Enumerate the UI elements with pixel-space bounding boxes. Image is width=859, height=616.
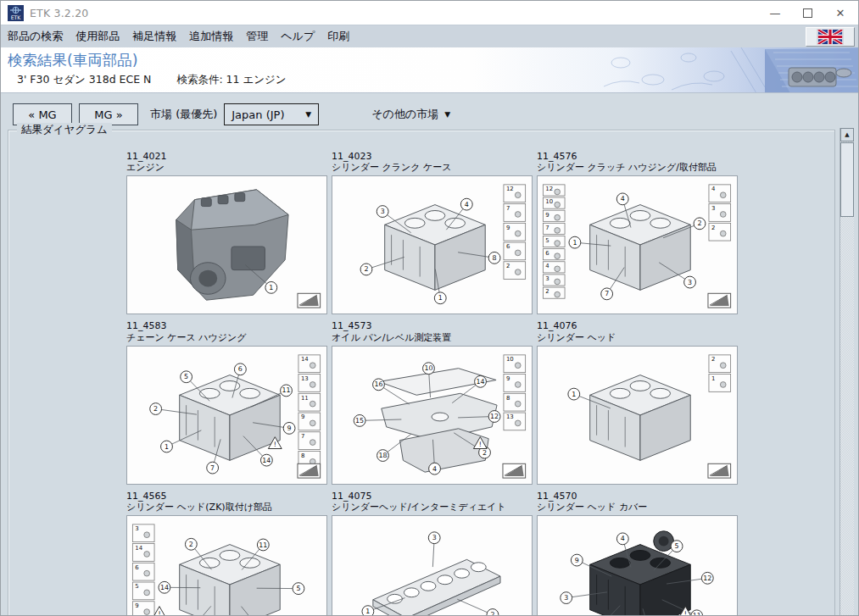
diagram-code: 11_4021 (126, 151, 327, 162)
menu-item-print[interactable]: 印刷 (327, 29, 349, 44)
search-context: 3' F30 セダン 318d ECE N 検索条件: 11 エンジン (1, 70, 858, 87)
minimize-button[interactable]: — (769, 8, 781, 19)
parts-diagram-graphic: 1256119147141311978! (127, 347, 326, 484)
diagram-thumbnail[interactable]: 1256119147141311978! (126, 346, 327, 485)
menu-item-additional-info[interactable]: 追加情報 (189, 29, 233, 44)
maximize-button[interactable] (803, 8, 812, 18)
svg-text:2: 2 (545, 289, 549, 296)
parts-diagram-graphic: 512111413394! (538, 516, 737, 616)
diagram-label: 11_4565シリンダー ヘッド(ZK)取付け部品 (126, 491, 327, 513)
diagram-title: シリンダー クランク ケース (332, 162, 533, 173)
svg-text:10: 10 (545, 199, 553, 206)
svg-text:7: 7 (545, 225, 549, 231)
vertical-scrollbar[interactable]: ▲ (839, 128, 854, 616)
diagram-thumbnail[interactable]: 7142312109756432432 (537, 175, 738, 314)
diagram-title: シリンダー ヘッド(ZK)取付け部品 (126, 502, 327, 513)
diagram-code: 11_4076 (537, 320, 738, 331)
svg-text:4: 4 (711, 186, 715, 193)
content-area: « MG MG » 市場 (最優先) Japan (JP) ▼ その他の市場 ▼… (1, 93, 858, 616)
other-markets-label: その他の市場 (371, 107, 438, 122)
diagram-cell-11_4565: 11_4565シリンダー ヘッド(ZK)取付け部品211563143146591… (126, 491, 327, 616)
svg-text:9: 9 (135, 602, 138, 609)
diagram-code: 11_4583 (126, 320, 327, 331)
diagram-thumbnail[interactable]: 12348127962 (332, 175, 533, 314)
diagram-label: 11_4023シリンダー クランク ケース (332, 151, 533, 173)
menu-item-help[interactable]: ヘルプ (281, 29, 315, 44)
svg-text:10: 10 (506, 356, 514, 363)
etk-app-icon: ETK (8, 5, 24, 21)
svg-text:2: 2 (490, 611, 494, 616)
diagram-thumbnail[interactable]: 15161014122418109813! (332, 346, 533, 485)
svg-text:!: ! (158, 610, 160, 616)
svg-text:1: 1 (438, 295, 443, 302)
svg-text:2: 2 (153, 405, 158, 413)
combo-dropdown-icon: ▼ (305, 110, 311, 119)
svg-text:11: 11 (301, 394, 309, 401)
diagram-title: オイル パン/レベル測定装置 (332, 332, 533, 343)
svg-text:13: 13 (506, 413, 514, 420)
diagram-cell-11_4076: 11_4076シリンダー ヘッド121 (537, 320, 738, 484)
menu-item-admin[interactable]: 管理 (246, 29, 268, 44)
svg-text:6: 6 (506, 244, 510, 251)
svg-text:7: 7 (605, 291, 609, 298)
diagram-cell-11_4576: 11_4576シリンダー クラッチ ハウジング/取付部品714231210975… (537, 151, 738, 314)
diagram-label: 11_4570シリンダー ヘッド カバー (537, 491, 738, 513)
diagram-thumbnail[interactable]: 512111413394! (537, 515, 738, 616)
diagram-title: シリンダー ヘッド カバー (537, 502, 738, 513)
close-button[interactable]: ✕ (834, 8, 846, 19)
svg-text:9: 9 (545, 212, 549, 219)
diagram-label: 11_4076シリンダー ヘッド (537, 320, 738, 342)
svg-text:14: 14 (160, 584, 169, 591)
diagram-cell-11_4583: 11_4583チェーン ケース ハウジング1256119147141311978… (126, 320, 327, 484)
svg-text:4: 4 (432, 464, 437, 472)
svg-text:4: 4 (545, 264, 549, 270)
svg-text:12: 12 (490, 413, 499, 420)
svg-text:12: 12 (545, 186, 553, 193)
svg-text:6: 6 (238, 365, 243, 373)
diagram-code: 11_4075 (332, 491, 533, 502)
diagram-label: 11_4573オイル パン/レベル測定装置 (332, 320, 533, 342)
svg-text:14: 14 (477, 378, 485, 386)
menu-item-parts-search[interactable]: 部品の検索 (8, 29, 63, 44)
other-markets-dropdown[interactable]: その他の市場 ▼ (371, 107, 450, 122)
diagram-code: 11_4565 (126, 491, 327, 502)
svg-text:5: 5 (296, 585, 300, 592)
other-markets-arrow-icon: ▼ (444, 110, 450, 119)
menu-item-used-parts[interactable]: 使用部品 (75, 29, 120, 44)
svg-text:6: 6 (135, 564, 138, 571)
results-groupbox: 結果ダイヤグラム 11_4021エンジン111_4023シリンダー クランク ケ… (8, 130, 835, 616)
titlebar: ETK ETK 3.2.20 — ✕ (1, 1, 858, 25)
market-select[interactable]: Japan (JP) ▼ (224, 103, 319, 125)
diagram-thumbnail[interactable]: 321 (332, 515, 533, 616)
svg-text:3: 3 (564, 594, 568, 602)
svg-text:14: 14 (262, 456, 271, 463)
diagram-code: 11_4573 (332, 320, 533, 331)
diagram-cell-11_4075: 11_4075シリンダーヘッド/インターミディエイト321 (332, 491, 533, 616)
parts-diagram-graphic: 1 (127, 176, 326, 314)
diagram-label: 11_4075シリンダーヘッド/インターミディエイト (332, 491, 533, 513)
diagram-grid: 11_4021エンジン111_4023シリンダー クランク ケース1234812… (8, 130, 834, 616)
toolbar: « MG MG » 市場 (最優先) Japan (JP) ▼ その他の市場 ▼ (1, 93, 858, 127)
svg-text:13: 13 (301, 375, 309, 382)
diagram-title: チェーン ケース ハウジング (126, 332, 327, 343)
svg-text:16: 16 (374, 380, 382, 388)
parts-diagram-graphic: 7142312109756432432 (538, 176, 737, 314)
diagram-thumbnail[interactable]: 2115631431465911! (126, 515, 327, 616)
diagram-thumbnail[interactable]: 1 (126, 175, 327, 314)
diagram-cell-11_4023: 11_4023シリンダー クランク ケース12348127962 (332, 151, 533, 314)
svg-text:9: 9 (506, 375, 510, 382)
svg-text:!: ! (684, 610, 687, 616)
diagram-thumbnail[interactable]: 121 (537, 346, 738, 485)
parts-diagram-graphic: 321 (332, 516, 532, 616)
results-legend: 結果ダイヤグラム (17, 123, 112, 137)
language-flag-button[interactable] (806, 27, 855, 47)
scroll-up-button[interactable]: ▲ (840, 128, 854, 142)
svg-text:8: 8 (493, 254, 497, 262)
svg-text:2: 2 (711, 225, 715, 231)
scrollbar-thumb[interactable] (840, 142, 854, 217)
header-banner: 検索結果(車両部品) 3' F30 セダン 318d ECE N 検索条件: 1… (1, 47, 858, 93)
menu-item-supplementary-info[interactable]: 補足情報 (132, 29, 176, 44)
diagram-code: 11_4023 (332, 151, 533, 162)
svg-text:1: 1 (165, 442, 169, 450)
market-selected-value: Japan (JP) (231, 108, 284, 121)
